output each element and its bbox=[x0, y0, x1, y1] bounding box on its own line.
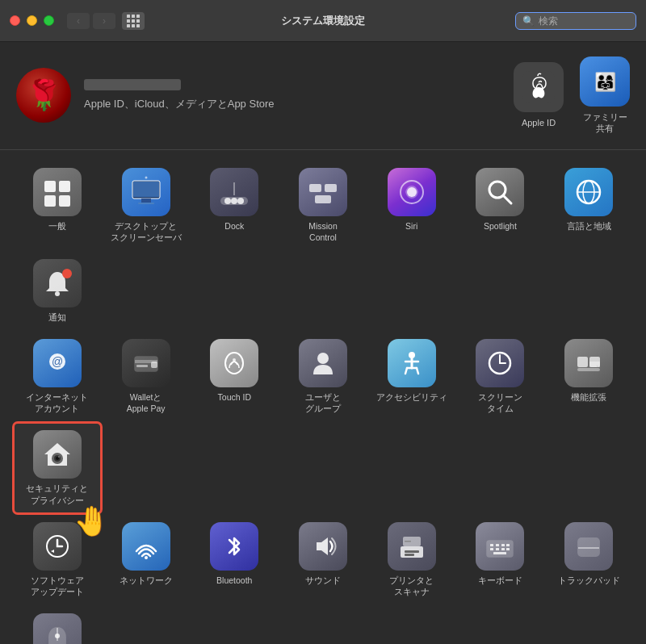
svg-rect-10 bbox=[133, 182, 159, 197]
svg-text:👨‍👩‍👧: 👨‍👩‍👧 bbox=[594, 71, 617, 93]
pref-language[interactable]: 言語と地域 bbox=[544, 160, 633, 251]
pref-users[interactable]: ユーザとグループ bbox=[279, 331, 367, 422]
svg-rect-61 bbox=[490, 548, 493, 550]
mission-label: MissionControl bbox=[308, 220, 338, 243]
touchid-icon bbox=[210, 339, 258, 387]
pref-access[interactable]: アクセシビリティ bbox=[367, 331, 456, 422]
pref-security[interactable]: セキュリティとプライバシー 🤚 bbox=[13, 422, 102, 513]
keyboard-icon bbox=[476, 522, 524, 571]
svg-point-11 bbox=[145, 176, 147, 178]
svg-rect-53 bbox=[405, 550, 419, 553]
icon-grid-row2: @ インターネットアカウント WalletとApple Pay Touch ID… bbox=[13, 331, 633, 514]
language-label: 言語と地域 bbox=[567, 220, 611, 232]
pref-sound[interactable]: サウンド bbox=[279, 514, 367, 605]
pref-mission[interactable]: MissionControl bbox=[279, 160, 367, 251]
extensions-icon bbox=[564, 339, 613, 387]
pref-notify[interactable]: 通知 bbox=[13, 251, 102, 331]
pref-internet[interactable]: @ インターネットアカウント bbox=[13, 331, 102, 422]
forward-button[interactable]: › bbox=[93, 13, 115, 29]
svg-point-13 bbox=[224, 198, 231, 204]
minimize-button[interactable] bbox=[27, 15, 37, 26]
wallet-label: WalletとApple Pay bbox=[127, 391, 166, 414]
window-title: システム環境設定 bbox=[281, 14, 365, 28]
svg-rect-66 bbox=[578, 538, 599, 556]
software-label: ソフトウェアアップデート bbox=[31, 575, 84, 597]
pref-network[interactable]: ネットワーク bbox=[102, 514, 191, 605]
notify-label: 通知 bbox=[48, 312, 66, 323]
svg-rect-65 bbox=[493, 552, 506, 554]
sound-label: サウンド bbox=[305, 575, 341, 586]
apple-id-icon-box bbox=[514, 62, 564, 112]
nav-buttons: ‹ › bbox=[67, 13, 115, 29]
family-sharing-label: ファミリー共有 bbox=[583, 111, 627, 135]
users-icon bbox=[299, 339, 347, 387]
desktop-label: デスクトップとスクリーンセーバ bbox=[111, 220, 182, 243]
spotlight-label: Spotlight bbox=[484, 220, 517, 232]
bluetooth-label: Bluetooth bbox=[216, 575, 252, 586]
svg-rect-16 bbox=[309, 184, 321, 192]
search-box[interactable]: 🔍 bbox=[515, 12, 636, 30]
svg-rect-18 bbox=[315, 195, 331, 203]
svg-point-34 bbox=[225, 353, 243, 374]
pref-general[interactable]: 一般 bbox=[13, 160, 102, 251]
software-icon bbox=[33, 522, 82, 571]
profile-description: Apple ID、iCloud、メディアとApp Store bbox=[84, 97, 501, 111]
dock-label: Dock bbox=[224, 220, 244, 232]
svg-rect-62 bbox=[496, 548, 499, 550]
printer-label: プリンタとスキャナ bbox=[389, 575, 434, 597]
grid-view-button[interactable] bbox=[122, 12, 145, 30]
pref-siri[interactable]: Siri bbox=[367, 160, 456, 251]
desktop-icon bbox=[122, 168, 170, 216]
svg-rect-41 bbox=[577, 357, 588, 367]
close-button[interactable] bbox=[10, 15, 20, 26]
back-button[interactable]: ‹ bbox=[67, 13, 90, 29]
svg-point-20 bbox=[407, 187, 417, 197]
extensions-label: 機能拡張 bbox=[571, 391, 606, 403]
pref-keyboard[interactable]: キーボード bbox=[456, 514, 545, 605]
notify-icon bbox=[33, 259, 82, 307]
pref-wallet[interactable]: WalletとApple Pay bbox=[102, 331, 191, 422]
search-input[interactable] bbox=[539, 15, 629, 27]
svg-rect-54 bbox=[405, 554, 414, 556]
pref-dock[interactable]: Dock bbox=[190, 160, 279, 251]
pref-software[interactable]: ソフトウェアアップデート bbox=[13, 514, 102, 605]
mission-icon bbox=[299, 168, 347, 216]
apple-id-button[interactable]: Apple ID bbox=[514, 62, 564, 128]
profile-right-icons: Apple ID 👨‍👩‍👧 ファミリー共有 bbox=[514, 56, 630, 135]
svg-rect-9 bbox=[138, 203, 154, 204]
internet-label: インターネットアカウント bbox=[26, 391, 88, 414]
pref-trackpad[interactable]: トラックパッド bbox=[544, 514, 633, 605]
svg-rect-59 bbox=[501, 544, 505, 546]
trackpad-icon bbox=[564, 522, 613, 571]
family-sharing-button[interactable]: 👨‍👩‍👧 ファミリー共有 bbox=[580, 56, 630, 135]
bluetooth-icon bbox=[210, 522, 258, 571]
profile-name-bar bbox=[84, 79, 181, 90]
siri-icon bbox=[388, 168, 436, 216]
svg-point-69 bbox=[55, 634, 60, 638]
network-label: ネットワーク bbox=[120, 575, 173, 586]
family-sharing-icon-box: 👨‍👩‍👧 bbox=[580, 56, 630, 107]
maximize-button[interactable] bbox=[44, 15, 54, 26]
pref-screentime[interactable]: スクリーンタイム bbox=[456, 331, 545, 422]
pref-extensions[interactable]: 機能拡張 bbox=[544, 331, 633, 422]
pref-bluetooth[interactable]: Bluetooth bbox=[190, 514, 279, 605]
security-icon bbox=[33, 430, 82, 479]
pref-touchid[interactable]: Touch ID bbox=[190, 331, 279, 422]
pref-mouse[interactable]: マウス bbox=[13, 605, 102, 644]
svg-point-14 bbox=[231, 198, 237, 204]
family-sharing-icon: 👨‍👩‍👧 bbox=[589, 65, 621, 98]
titlebar: ‹ › システム環境設定 🔍 bbox=[0, 0, 646, 42]
printer-icon bbox=[388, 522, 436, 571]
icon-grid-row1: 一般 デスクトップとスクリーンセーバ Dock MissionControl bbox=[13, 160, 633, 332]
svg-point-35 bbox=[233, 358, 236, 362]
users-label: ユーザとグループ bbox=[305, 391, 341, 414]
screentime-icon bbox=[476, 339, 524, 387]
svg-point-47 bbox=[56, 457, 59, 460]
access-label: アクセシビリティ bbox=[376, 391, 447, 403]
pref-spotlight[interactable]: Spotlight bbox=[456, 160, 545, 251]
avatar[interactable]: 🌹 bbox=[16, 68, 71, 123]
pref-printer[interactable]: プリンタとスキャナ bbox=[367, 514, 456, 605]
svg-rect-5 bbox=[59, 195, 70, 207]
general-label: 一般 bbox=[48, 220, 66, 232]
pref-desktop[interactable]: デスクトップとスクリーンセーバ bbox=[102, 160, 191, 251]
